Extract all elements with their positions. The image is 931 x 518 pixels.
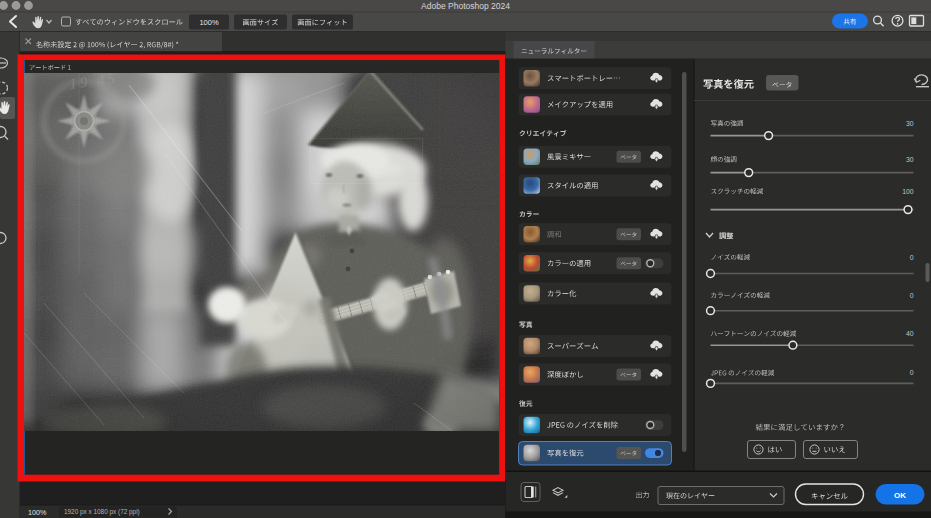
svg-text:30: 30 <box>906 156 914 163</box>
svg-text:100: 100 <box>902 188 914 195</box>
svg-text:0: 0 <box>910 254 914 261</box>
svg-text:OK: OK <box>894 491 906 500</box>
svg-text:0: 0 <box>910 292 914 299</box>
svg-text:1920 px x 1080 px (72 ppi): 1920 px x 1080 px (72 ppi) <box>64 508 140 516</box>
svg-text:100%: 100% <box>199 18 219 27</box>
svg-text:100%: 100% <box>28 508 47 517</box>
svg-text:30: 30 <box>906 120 914 127</box>
svg-text:40: 40 <box>906 330 914 337</box>
svg-text:Adobe Photoshop 2024: Adobe Photoshop 2024 <box>421 1 510 11</box>
svg-text:0: 0 <box>910 369 914 376</box>
